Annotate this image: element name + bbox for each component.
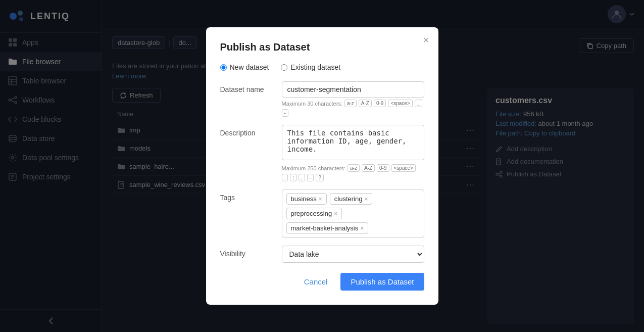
visibility-field: Data lake Private Public	[282, 246, 424, 263]
radio-existing-input[interactable]	[281, 64, 287, 71]
tag-chip: clustering ×	[330, 193, 373, 205]
tag-remove-clustering[interactable]: ×	[364, 196, 368, 203]
description-label: Description	[220, 125, 276, 137]
tags-label: Tags	[220, 189, 276, 202]
tags-container[interactable]: business × clustering × preprocessing × …	[282, 189, 424, 238]
tags-field: business × clustering × preprocessing × …	[282, 189, 424, 238]
modal-overlay: Publish as Dataset × New dataset Existin…	[0, 0, 644, 332]
dataset-name-label: Dataset name	[220, 81, 276, 93]
dataset-name-hint: Maximum 30 characters: a-z A-Z 0-9 <spac…	[282, 100, 424, 117]
description-field: This file contains basic information ID,…	[282, 125, 424, 181]
modal-title: Publish as Dataset	[220, 41, 424, 53]
tag-remove-preprocessing[interactable]: ×	[334, 210, 337, 217]
radio-group-dataset-type: New dataset Existing dataset	[220, 63, 424, 71]
visibility-label: Visibility	[220, 246, 276, 258]
form-row-tags: Tags business × clustering × preprocessi…	[220, 189, 424, 238]
form-row-visibility: Visibility Data lake Private Public	[220, 246, 424, 263]
radio-existing-dataset[interactable]: Existing dataset	[281, 63, 340, 71]
cancel-button[interactable]: Cancel	[297, 273, 335, 291]
tags-input[interactable]	[371, 222, 419, 234]
publish-button[interactable]: Publish as Dataset	[340, 273, 424, 291]
form-row-description: Description This file contains basic inf…	[220, 125, 424, 181]
form-row-dataset-name: Dataset name Maximum 30 characters: a-z …	[220, 81, 424, 117]
radio-new-input[interactable]	[220, 64, 227, 71]
tag-remove-market-basket[interactable]: ×	[360, 225, 364, 232]
dataset-name-input[interactable]	[282, 81, 424, 98]
publish-dataset-modal: Publish as Dataset × New dataset Existin…	[206, 27, 438, 305]
description-textarea[interactable]: This file contains basic information ID,…	[282, 125, 424, 160]
modal-close-button[interactable]: ×	[423, 34, 429, 46]
modal-footer: Cancel Publish as Dataset	[220, 273, 424, 291]
tag-remove-business[interactable]: ×	[319, 196, 322, 203]
dataset-name-field: Maximum 30 characters: a-z A-Z 0-9 <spac…	[282, 81, 424, 117]
radio-new-dataset[interactable]: New dataset	[220, 63, 269, 71]
tag-chip: market-basket-analysis ×	[286, 222, 369, 234]
tag-chip: preprocessing ×	[286, 208, 342, 219]
description-hint: Maximum 250 characters: a-z A-Z 0-9 <spa…	[282, 164, 424, 181]
visibility-select[interactable]: Data lake Private Public	[282, 246, 424, 263]
tag-chip: business ×	[286, 193, 327, 205]
